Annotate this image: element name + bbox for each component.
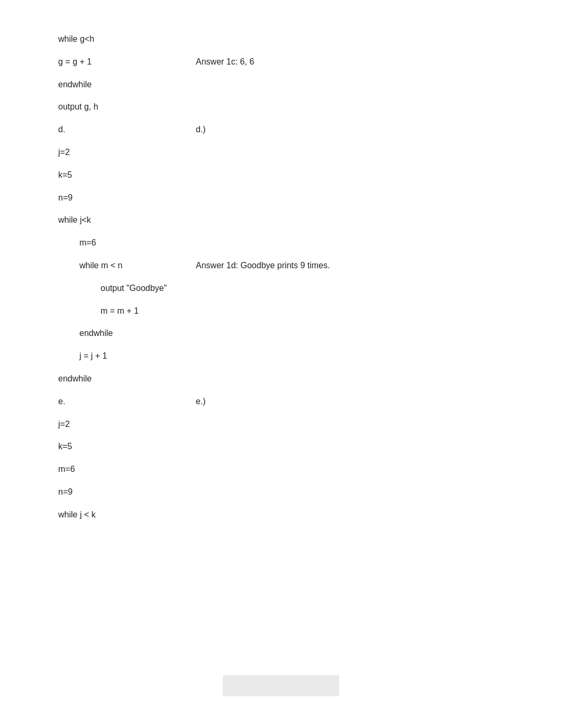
code-m-6-e: m=6 [58, 462, 185, 477]
line-j-2-e: j=2 [58, 417, 504, 432]
bottom-decoration [223, 675, 339, 696]
line-endwhile-3: endwhile [58, 371, 504, 387]
line-k-5-e: k=5 [58, 439, 504, 454]
answer-while-m-n: Answer 1d: Goodbye prints 9 times. [196, 258, 330, 274]
code-output-goodbye: output "Goodbye" [58, 281, 185, 296]
code-j-2-e: j=2 [58, 417, 185, 432]
line-while-g-h: while g<h [58, 32, 504, 47]
answer-d-label: d.) [196, 122, 206, 138]
code-n-9: n=9 [58, 190, 185, 206]
line-m-6: m=6 [58, 235, 504, 251]
line-output-goodbye: output "Goodbye" [58, 281, 504, 296]
line-output-g-h: output g, h [58, 99, 504, 115]
code-k-5-e: k=5 [58, 439, 185, 454]
line-e-label: e.e.) [58, 394, 504, 410]
answer-e-label: e.) [196, 394, 206, 410]
line-m-6-e: m=6 [58, 462, 504, 477]
code-e-label: e. [58, 394, 185, 410]
code-g-assign: g = g + 1 [58, 54, 185, 70]
code-m-6: m=6 [58, 235, 185, 251]
code-while-j-k: while j<k [58, 213, 185, 228]
code-while-m-n: while m < n [58, 258, 185, 274]
code-endwhile-2: endwhile [58, 326, 185, 341]
code-while-g-h: while g<h [58, 32, 185, 47]
code-output-g-h: output g, h [58, 99, 185, 115]
code-while-j-k-e: while j < k [58, 507, 185, 523]
line-n-9-e: n=9 [58, 485, 504, 500]
code-m-m-1: m = m + 1 [58, 304, 185, 319]
line-m-m-1: m = m + 1 [58, 304, 504, 319]
line-while-j-k-e: while j < k [58, 507, 504, 523]
line-j-2: j=2 [58, 145, 504, 160]
code-k-5: k=5 [58, 168, 185, 183]
line-while-m-n: while m < nAnswer 1d: Goodbye prints 9 t… [58, 258, 504, 274]
line-n-9: n=9 [58, 190, 504, 206]
line-endwhile-2: endwhile [58, 326, 504, 341]
code-d-label: d. [58, 122, 185, 138]
line-k-5: k=5 [58, 168, 504, 183]
code-j-2: j=2 [58, 145, 185, 160]
code-j-j-1: j = j + 1 [58, 349, 185, 364]
line-g-assign: g = g + 1Answer 1c: 6, 6 [58, 54, 504, 70]
main-content: while g<hg = g + 1Answer 1c: 6, 6endwhil… [58, 32, 504, 530]
line-d-label: d.d.) [58, 122, 504, 138]
code-n-9-e: n=9 [58, 485, 185, 500]
line-j-j-1: j = j + 1 [58, 349, 504, 364]
code-endwhile-1: endwhile [58, 77, 185, 93]
answer-g-assign: Answer 1c: 6, 6 [196, 54, 254, 70]
line-endwhile-1: endwhile [58, 77, 504, 93]
code-endwhile-3: endwhile [58, 371, 185, 387]
line-while-j-k: while j<k [58, 213, 504, 228]
